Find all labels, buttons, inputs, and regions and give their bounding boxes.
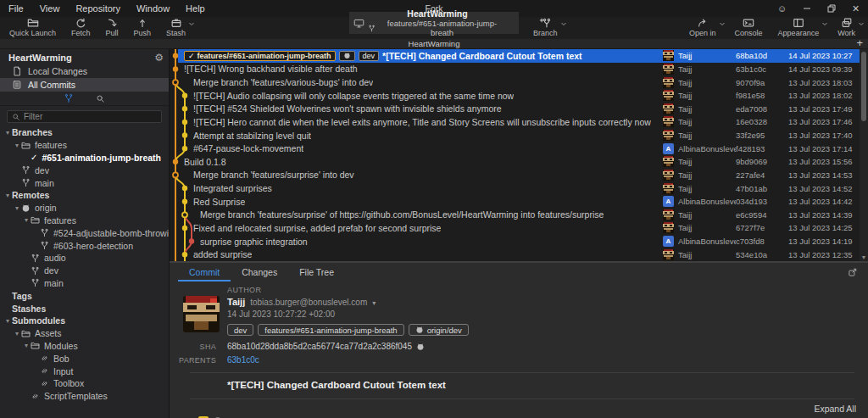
tree-item-input[interactable]: Input (0, 365, 169, 377)
tree-item-dev[interactable]: dev (0, 265, 169, 277)
tree-item-features[interactable]: ▾features (0, 215, 169, 227)
tree-item-branches[interactable]: ▾Branches (0, 126, 169, 139)
add-tab-icon[interactable]: + (856, 37, 863, 49)
parent-commit-link[interactable]: 63b1c0c (227, 355, 259, 365)
toolbar-button-label: Quick Launch (9, 29, 56, 37)
commit-row[interactable]: #647-pause-lock-movementAAlbinaBonusleve… (170, 142, 860, 155)
ref-badge[interactable]: dev (227, 324, 253, 336)
chevron-down-icon[interactable] (719, 20, 726, 27)
commit-row[interactable]: Merge branch 'features/various-bugs' int… (170, 75, 860, 89)
scroll-down-icon[interactable]: ▼ (860, 254, 868, 260)
commit-row[interactable]: ![TECH] Audio collapsing will only colla… (170, 89, 860, 103)
tree-item-tags[interactable]: Tags (0, 289, 169, 302)
commit-row[interactable]: Merge branch 'features/surprise' of http… (170, 209, 860, 222)
fetch-button[interactable]: Fetch (65, 17, 97, 39)
commit-message-text: Attempt at stabilzing level quit (193, 131, 311, 141)
current-repo-box[interactable]: HeartWarming features/#651-animation-jum… (349, 12, 519, 34)
tree-item-modules[interactable]: ▾Modules (0, 340, 169, 353)
tree-caret-icon[interactable]: ▾ (3, 317, 12, 325)
scrollbar-thumb[interactable] (861, 52, 866, 121)
menu-repository[interactable]: Repository (75, 3, 120, 14)
commit-row[interactable]: added surpriseTaijj534e10a13 Jul 2023 12… (170, 248, 860, 261)
commit-row[interactable]: ![TECH] #524 Shielded Wolverines won't s… (170, 103, 860, 116)
tree-item-submodules[interactable]: ▾Submodules (0, 315, 169, 327)
pull-button[interactable]: Pull (100, 17, 125, 39)
tree-item-main[interactable]: main (0, 277, 169, 290)
sidebar-item-local-changes[interactable]: Local Changes (0, 64, 169, 78)
tree-caret-icon[interactable]: ▾ (13, 330, 21, 337)
popout-icon[interactable] (848, 267, 858, 277)
github-icon (343, 52, 351, 59)
branch-button[interactable]: Branch (527, 17, 564, 39)
tree-item-features[interactable]: ▾features (0, 139, 169, 152)
commit-list-scrollbar[interactable]: ▼ (860, 49, 868, 261)
stash-button[interactable]: Stash (160, 17, 192, 39)
tab-commit[interactable]: Commit (178, 263, 231, 281)
tab-file-tree[interactable]: File Tree (288, 263, 345, 281)
github-ref-badge[interactable] (339, 51, 355, 61)
chevron-down-icon[interactable]: ▾ (372, 299, 376, 307)
tree-item--603-hero-detection[interactable]: #603-hero-detection (0, 239, 169, 252)
commit-row[interactable]: Build 0.1.8Taijj9bd906913 Jul 2023 15:56 (170, 155, 860, 169)
taijj-avatar (663, 209, 674, 220)
repo-tab[interactable]: HeartWarming (0, 39, 868, 49)
commit-row[interactable]: ✓features/#651-animation-jump-breathdev*… (178, 49, 860, 63)
open-in-button[interactable]: Open in (683, 17, 722, 39)
commit-row[interactable]: ![TECH] Hero cannot die when the level e… (170, 115, 860, 129)
ref-badge[interactable]: features/#651-animation-jump-breath (258, 324, 403, 336)
current-branch-badge[interactable]: ✓features/#651-animation-jump-breath (184, 51, 336, 61)
tree-item-assets[interactable]: ▾Assets (0, 327, 169, 340)
commit-row[interactable]: Integrated surprisesTaijj47b01ab13 Jul 2… (170, 181, 860, 195)
quick-launch-button[interactable]: Quick Launch (3, 17, 62, 39)
sidebar-item-all-commits[interactable]: All Commits (0, 78, 169, 92)
tree-item--651-animation-jump-breath[interactable]: ✓#651-animation-jump-breath (0, 152, 169, 164)
tree-item-remotes[interactable]: ▾Remotes (0, 189, 169, 202)
restore-icon[interactable] (819, 0, 843, 17)
appearance-button[interactable]: Appearance (772, 17, 826, 39)
tree-item-dev[interactable]: dev (0, 164, 169, 176)
tree-caret-icon[interactable]: ▾ (22, 216, 31, 224)
commit-row[interactable]: surprise graphic integrationAAlbinaBonus… (170, 235, 860, 248)
tree-item-main[interactable]: main (0, 176, 169, 189)
commit-row[interactable]: Fixed and relocated surprise, added pref… (170, 221, 860, 235)
ref-badge[interactable]: dev (359, 51, 380, 61)
minimize-icon[interactable] (794, 0, 819, 17)
chevron-down-icon[interactable] (188, 20, 195, 27)
chevron-down-icon[interactable] (560, 20, 567, 27)
chevron-down-icon[interactable] (821, 20, 828, 27)
tree-caret-icon[interactable]: ▾ (13, 142, 21, 149)
chevron-down-icon[interactable] (858, 20, 865, 27)
close-icon[interactable]: × (843, 0, 868, 17)
tree-caret-icon[interactable]: ▾ (3, 129, 12, 137)
tab-changes[interactable]: Changes (231, 263, 288, 281)
commit-row[interactable]: ![TECH] Wrong backhand visible after dea… (170, 63, 860, 76)
tree-caret-icon[interactable]: ▾ (13, 204, 21, 212)
tree-item--524-adjustable-bomb-throwing[interactable]: #524-adjustable-bomb-throwing (0, 226, 169, 239)
tree-item-scripttemplates[interactable]: ScriptTemplates (0, 390, 169, 403)
tree-item-bob[interactable]: Bob (0, 352, 169, 365)
tree-caret-icon[interactable]: ▾ (22, 342, 31, 349)
commit-row[interactable]: Red SurpriseAAlbinaBonuslevel034d19313 J… (170, 195, 860, 209)
console-button[interactable]: Console (729, 17, 769, 39)
search-view-icon[interactable] (96, 94, 105, 103)
feedback-smiley-icon[interactable]: ☺ (770, 0, 794, 17)
tree-item-toolbox[interactable]: Toolbox (0, 377, 169, 390)
gear-icon[interactable]: ⚙ (154, 52, 164, 64)
menu-window[interactable]: Window (136, 3, 170, 14)
commit-row[interactable]: Attempt at stabilzing level quitTaijj33f… (170, 129, 860, 142)
menu-file[interactable]: File (8, 3, 24, 14)
tree-item-audio[interactable]: audio (0, 252, 169, 265)
ref-badge[interactable]: origin/dev (409, 324, 469, 336)
expand-all-button[interactable]: Expand All (176, 404, 868, 414)
menu-help[interactable]: Help (186, 3, 205, 14)
tree-item-stashes[interactable]: Stashes (0, 302, 169, 315)
tree-caret-icon[interactable]: ▾ (3, 192, 12, 199)
tree-item-origin[interactable]: ▾origin (0, 202, 169, 215)
commit-sha: 33f2e95 (736, 131, 788, 140)
commit-row[interactable]: Merge branch 'features/surprise' into de… (170, 169, 860, 182)
author-email[interactable]: tobias.burger@bonuslevel.com (250, 298, 367, 307)
menu-view[interactable]: View (40, 3, 60, 14)
push-button[interactable]: Push (128, 17, 158, 39)
branch-view-icon[interactable] (64, 93, 74, 103)
filter-input[interactable] (24, 112, 157, 121)
